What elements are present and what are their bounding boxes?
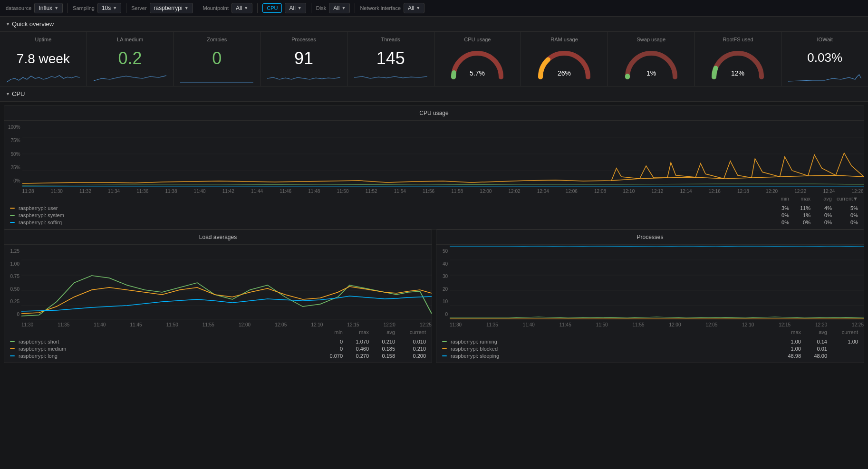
sampling-label: Sampling xyxy=(73,5,95,11)
user-legend-name: raspberrypi: user xyxy=(19,205,764,211)
cpu-usage-chart-title: CPU usage xyxy=(4,106,864,121)
legend-row: raspberrypi: softirq 0% 0% 0% 0% xyxy=(10,220,858,225)
user-legend-dot xyxy=(10,208,15,209)
rootfs-card: RootFS used 12% xyxy=(695,32,782,86)
datasource-dropdown[interactable]: Influx ▼ xyxy=(34,3,63,13)
x-axis-load: 11:3011:3511:4011:4511:5011:5512:0012:05… xyxy=(21,322,432,328)
svg-text:12%: 12% xyxy=(731,69,744,77)
legend-row: raspberrypi: system 0% 1% 0% 0% xyxy=(10,212,858,218)
ram-usage-title: RAM usage xyxy=(528,37,601,42)
proc-chart-svg xyxy=(450,245,864,321)
rootfs-title: RootFS used xyxy=(702,37,775,42)
server-label: Server xyxy=(131,5,146,11)
swap-usage-card: Swap usage 1% xyxy=(608,32,695,86)
iowait-title: IOWait xyxy=(788,37,861,42)
separator xyxy=(126,3,126,13)
two-col-charts: Load averages 1.251.000.750.500.250 xyxy=(4,230,864,363)
swap-usage-title: Swap usage xyxy=(615,37,688,42)
legend-header: min max avg current▼ xyxy=(4,195,864,202)
separator xyxy=(68,3,68,13)
cpu-dropdown[interactable]: All ▼ xyxy=(285,3,306,13)
threads-card: Threads 145 xyxy=(347,32,434,86)
threads-sparkline xyxy=(354,69,427,83)
system-min: 0% xyxy=(768,212,789,218)
softirq-legend-dot xyxy=(10,222,15,223)
legend-row: raspberrypi: blocked 1.00 0.01 xyxy=(442,346,858,352)
zombies-value: 0 xyxy=(180,49,253,68)
chevron-down-icon: ▼ xyxy=(416,6,420,10)
datasource-label: datasource xyxy=(6,5,31,11)
legend-row: raspberrypi: running 1.00 0.14 1.00 xyxy=(442,339,858,345)
cards-row: Uptime 7.8 week LA medium 0.2 Zombies 0 … xyxy=(0,32,868,86)
quick-overview-title: Quick overview xyxy=(12,20,54,28)
la-medium-sparkline xyxy=(94,69,167,83)
proc-legend-header: max avg current xyxy=(436,328,864,336)
system-legend-dot xyxy=(10,215,15,216)
la-medium-title: LA medium xyxy=(94,37,167,42)
user-current: 5% xyxy=(832,205,858,211)
topbar: datasource Influx ▼ Sampling 10s ▼ Serve… xyxy=(0,0,868,17)
threads-title: Threads xyxy=(354,37,427,42)
network-label: Network interface xyxy=(360,5,401,11)
cpu-section-header[interactable]: ▾ CPU xyxy=(0,86,868,102)
system-legend-name: raspberrypi: system xyxy=(19,212,764,218)
y-axis: 100%75%50%25%0% xyxy=(4,121,22,195)
cpu-tag[interactable]: CPU xyxy=(262,3,282,13)
cpu-chart-legend: raspberrypi: user 3% 11% 4% 5% raspberry… xyxy=(4,202,864,229)
separator xyxy=(355,3,355,13)
softirq-legend-name: raspberrypi: softirq xyxy=(19,220,764,225)
processes-sparkline xyxy=(267,69,340,83)
legend-row: raspberrypi: sleeping 48.98 48.00 xyxy=(442,353,858,359)
load-chart-svg xyxy=(21,245,432,321)
legend-row: raspberrypi: user 3% 11% 4% 5% xyxy=(10,205,858,211)
y-axis-proc: 50403020100 xyxy=(436,245,450,328)
processes-chart-title: Processes xyxy=(436,230,864,245)
blocked-dot xyxy=(442,348,447,349)
chevron-icon: ▾ xyxy=(7,91,9,96)
disk-dropdown[interactable]: All ▼ xyxy=(329,3,350,13)
x-axis-proc: 11:3011:3511:4011:4511:5011:5512:0012:05… xyxy=(450,322,864,328)
mountpoint-dropdown[interactable]: All ▼ xyxy=(231,3,252,13)
softirq-max: 0% xyxy=(789,220,810,225)
cpu-section-title: CPU xyxy=(12,90,25,97)
svg-text:5.7%: 5.7% xyxy=(470,69,485,77)
softirq-min: 0% xyxy=(768,220,789,225)
short-dot xyxy=(10,341,15,342)
cpu-usage-panel: CPU usage 100%75%50%25%0% xyxy=(4,105,864,230)
zombies-title: Zombies xyxy=(180,37,253,42)
network-dropdown[interactable]: All ▼ xyxy=(404,3,424,13)
user-min: 3% xyxy=(768,205,789,211)
iowait-sparkline xyxy=(788,69,861,83)
legend-row: raspberrypi: medium 0 0.460 0.185 0.210 xyxy=(10,346,426,352)
processes-title: Processes xyxy=(267,37,340,42)
load-chart-legend: raspberrypi: short 0 1.070 0.210 0.010 r… xyxy=(4,336,432,363)
legend-row: raspberrypi: short 0 1.070 0.210 0.010 xyxy=(10,339,426,345)
system-avg: 0% xyxy=(810,212,832,218)
server-dropdown[interactable]: raspberrypi ▼ xyxy=(150,3,193,13)
svg-text:26%: 26% xyxy=(558,69,571,77)
uptime-title: Uptime xyxy=(7,37,80,42)
separator xyxy=(257,3,258,13)
load-averages-title: Load averages xyxy=(4,230,432,245)
chevron-down-icon: ▼ xyxy=(341,6,346,10)
threads-value: 145 xyxy=(354,49,427,68)
short-name: raspberrypi: short xyxy=(19,339,315,345)
quick-overview-header[interactable]: ▾ Quick overview xyxy=(0,17,868,32)
uptime-sparkline xyxy=(7,69,80,83)
processes-value: 91 xyxy=(267,49,340,68)
sleeping-name: raspberrypi: sleeping xyxy=(451,353,771,359)
chevron-icon: ▾ xyxy=(7,21,9,27)
sampling-dropdown[interactable]: 10s ▼ xyxy=(97,3,121,13)
proc-chart-legend: raspberrypi: running 1.00 0.14 1.00 rasp… xyxy=(436,336,864,363)
iowait-card: IOWait 0.03% xyxy=(781,32,868,86)
cpu-usage-card: CPU usage 5.7% xyxy=(434,32,521,86)
long-dot xyxy=(10,355,15,356)
ram-usage-card: RAM usage 26% xyxy=(521,32,608,86)
load-legend-header: min max avg current xyxy=(4,328,432,336)
softirq-current: 0% xyxy=(832,220,858,225)
la-medium-value: 0.2 xyxy=(94,49,167,68)
medium-name: raspberrypi: medium xyxy=(19,346,315,352)
blocked-name: raspberrypi: blocked xyxy=(451,346,771,352)
chevron-down-icon: ▼ xyxy=(113,6,117,10)
long-name: raspberrypi: long xyxy=(19,353,315,359)
